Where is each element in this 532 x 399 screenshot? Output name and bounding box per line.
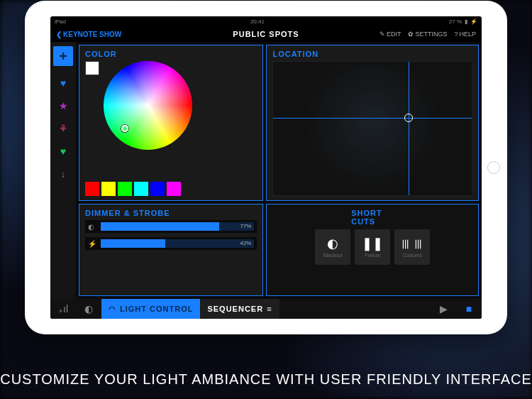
sidebar-heart-green[interactable]: ♥ (60, 146, 66, 157)
color-panel: COLOR (79, 45, 263, 201)
settings-button[interactable]: ✿ SETTINGS (408, 31, 447, 38)
slider-icon: ◐ (88, 223, 96, 231)
color-header: COLOR (85, 50, 257, 58)
ipad-home-button (487, 161, 500, 174)
page-title: PUBLIC SPOTS (233, 30, 299, 38)
freeze-icon: ❚❚ (362, 236, 383, 251)
location-xy-pad[interactable] (272, 61, 472, 196)
edit-button[interactable]: ✎ EDIT (379, 31, 401, 38)
shortcut-blackout[interactable]: ◐Blackout (315, 229, 350, 265)
light-control-label: LIGHT CONTROL (120, 305, 193, 313)
freeze-label: Freeze (365, 253, 380, 258)
color-swatch-1[interactable] (101, 182, 116, 196)
color-wheel-selector[interactable] (121, 125, 128, 132)
color-swatch-3[interactable] (134, 182, 148, 196)
location-header: LOCATION (272, 50, 472, 58)
device-label: iPad (55, 18, 66, 25)
sequencer-icon: ≡ (267, 305, 272, 313)
sequencer-label: SEQUENCER (207, 305, 263, 313)
bottom-bar: ₊ıl ◐ ◠ LIGHT CONTROL SEQUENCER ≡ ▶ ■ (50, 299, 482, 319)
levels-icon[interactable]: ₊ıl (50, 299, 76, 319)
dimmer-header: DIMMER & STROBE (85, 209, 257, 217)
slider-track[interactable]: 77% (101, 222, 254, 231)
color-swatch-4[interactable] (150, 182, 165, 196)
battery-icon: ▮ (465, 18, 467, 25)
current-color-swatch[interactable] (85, 61, 99, 75)
marketing-tagline: CUSTOMIZE YOUR LIGHT AMBIANCE WITH USER … (0, 371, 532, 388)
slider-value: 77% (240, 223, 251, 229)
customs-icon: ⫼⫼ (399, 236, 425, 251)
color-swatch-5[interactable] (167, 182, 181, 196)
main-area: + ♥★⚘♥↓ COLOR LOCATION (50, 42, 482, 299)
charging-icon: ⚡ (470, 18, 477, 25)
sidebar: + ♥★⚘♥↓ (50, 42, 76, 299)
location-panel: LOCATION (266, 45, 479, 201)
shortcut-freeze[interactable]: ❚❚Freeze (355, 229, 390, 265)
tab-light-control[interactable]: ◠ LIGHT CONTROL (101, 299, 200, 319)
ipad-frame: iPad 20:41 27 % ▮ ⚡ ❮ KEYNOTE SHOW PUBLI… (25, 1, 507, 334)
shortcut-customs[interactable]: ⫼⫼Customs (394, 229, 430, 265)
back-label: KEYNOTE SHOW (63, 31, 121, 38)
dimmer-strobe-panel: DIMMER & STROBE ◐77%⚡42% (79, 204, 263, 296)
location-vline (409, 62, 409, 195)
help-button[interactable]: ? HELP (454, 31, 476, 38)
tab-sequencer[interactable]: SEQUENCER ≡ (200, 299, 279, 319)
stop-button[interactable]: ■ (456, 299, 482, 319)
customs-label: Customs (402, 253, 422, 258)
blackout-icon: ◐ (327, 236, 338, 251)
contrast-icon[interactable]: ◐ (76, 299, 101, 319)
battery-pct: 27 % (449, 18, 462, 25)
sidebar-heart-blue[interactable]: ♥ (60, 77, 66, 89)
slider-value: 42% (240, 240, 251, 246)
play-button[interactable]: ▶ (431, 299, 456, 319)
app-screen: iPad 20:41 27 % ▮ ⚡ ❮ KEYNOTE SHOW PUBLI… (50, 16, 482, 319)
status-bar: iPad 20:41 27 % ▮ ⚡ (50, 16, 482, 26)
blackout-label: Blackout (323, 253, 343, 258)
color-wheel[interactable] (104, 61, 192, 150)
location-crosshair[interactable] (404, 114, 413, 122)
slider-track[interactable]: 42% (101, 239, 254, 248)
sidebar-group-pink[interactable]: ⚘ (59, 123, 68, 134)
headphones-icon: ◠ (109, 305, 116, 314)
slider-1[interactable]: ⚡42% (85, 237, 257, 250)
content-grid: COLOR LOCATION (76, 42, 482, 299)
sidebar-arrow-down[interactable]: ↓ (61, 168, 66, 180)
slider-icon: ⚡ (88, 240, 96, 248)
slider-0[interactable]: ◐77% (85, 220, 257, 233)
shortcuts-panel: SHORT CUTS ◐Blackout❚❚Freeze⫼⫼Customs (266, 204, 479, 296)
clock: 20:41 (250, 18, 265, 25)
add-button[interactable]: + (53, 46, 73, 66)
color-swatch-row (85, 182, 257, 196)
color-swatch-0[interactable] (85, 182, 99, 196)
back-button[interactable]: ❮ KEYNOTE SHOW (56, 31, 121, 38)
color-swatch-2[interactable] (118, 182, 132, 196)
sidebar-star-purple[interactable]: ★ (59, 100, 68, 111)
top-bar: ❮ KEYNOTE SHOW PUBLIC SPOTS ✎ EDIT ✿ SET… (50, 26, 482, 42)
chevron-left-icon: ❮ (56, 31, 62, 38)
location-hline (273, 118, 472, 119)
shortcuts-header: SHORT CUTS (351, 209, 394, 226)
